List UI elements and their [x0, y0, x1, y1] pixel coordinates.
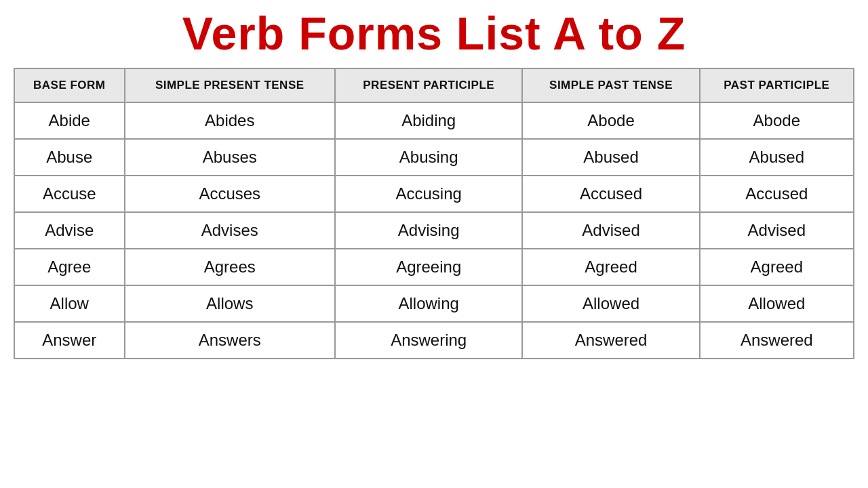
table-cell-1-3: Abused: [522, 139, 699, 176]
table-cell-6-0: Answer: [14, 322, 125, 359]
column-header-3: SIMPLE PAST TENSE: [522, 68, 699, 102]
table-cell-4-2: Agreeing: [335, 249, 523, 285]
table-cell-0-2: Abiding: [335, 102, 523, 139]
table-row: AllowAllowsAllowingAllowedAllowed: [14, 285, 854, 322]
table-cell-0-0: Abide: [14, 102, 125, 139]
table-row: AnswerAnswersAnsweringAnsweredAnswered: [14, 322, 854, 359]
page-title: Verb Forms List A to Z: [182, 7, 686, 60]
table-cell-5-1: Allows: [125, 285, 335, 322]
table-cell-3-2: Advising: [335, 212, 523, 249]
table-cell-3-0: Advise: [14, 212, 125, 249]
table-cell-6-2: Answering: [335, 322, 523, 359]
column-header-1: SIMPLE PRESENT TENSE: [125, 68, 335, 102]
table-cell-5-3: Allowed: [522, 285, 699, 322]
table-cell-1-0: Abuse: [14, 139, 125, 176]
table-cell-6-4: Answered: [700, 322, 854, 359]
table-cell-1-4: Abused: [700, 139, 854, 176]
table-cell-3-4: Advised: [700, 212, 854, 249]
table-cell-5-4: Allowed: [700, 285, 854, 322]
table-cell-3-1: Advises: [125, 212, 335, 249]
table-cell-0-4: Abode: [700, 102, 854, 139]
column-header-0: BASE FORM: [14, 68, 125, 102]
table-cell-6-1: Answers: [125, 322, 335, 359]
table-cell-2-3: Accused: [522, 176, 699, 212]
table-cell-2-4: Accused: [700, 176, 854, 212]
table-cell-1-2: Abusing: [335, 139, 523, 176]
table-cell-4-4: Agreed: [700, 249, 854, 285]
table-row: AbideAbidesAbidingAbodeAbode: [14, 102, 854, 139]
table-cell-1-1: Abuses: [125, 139, 335, 176]
table-cell-2-1: Accuses: [125, 176, 335, 212]
column-header-4: PAST PARTICIPLE: [700, 68, 854, 102]
column-header-2: PRESENT PARTICIPLE: [335, 68, 523, 102]
table-row: AbuseAbusesAbusingAbusedAbused: [14, 139, 854, 176]
table-row: AccuseAccusesAccusingAccusedAccused: [14, 176, 854, 212]
table-row: AdviseAdvisesAdvisingAdvisedAdvised: [14, 212, 854, 249]
table-cell-4-0: Agree: [14, 249, 125, 285]
table-cell-2-0: Accuse: [14, 176, 125, 212]
table-cell-2-2: Accusing: [335, 176, 523, 212]
table-cell-5-2: Allowing: [335, 285, 523, 322]
table-cell-6-3: Answered: [522, 322, 699, 359]
table-cell-4-1: Agrees: [125, 249, 335, 285]
verb-forms-table: BASE FORMSIMPLE PRESENT TENSEPRESENT PAR…: [14, 68, 854, 359]
table-cell-0-3: Abode: [522, 102, 699, 139]
table-row: AgreeAgreesAgreeingAgreedAgreed: [14, 249, 854, 285]
table-cell-5-0: Allow: [14, 285, 125, 322]
table-cell-4-3: Agreed: [522, 249, 699, 285]
table-cell-3-3: Advised: [522, 212, 699, 249]
table-cell-0-1: Abides: [125, 102, 335, 139]
